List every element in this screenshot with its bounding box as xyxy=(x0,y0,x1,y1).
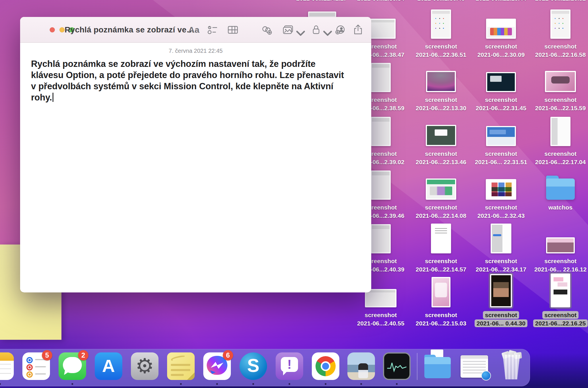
screenshot-thumbnail-icon[interactable] xyxy=(426,71,456,92)
desktop-file-2021-06...2.40.55[interactable]: screenshot2021-06...2.40.55 xyxy=(351,289,411,328)
file-label-line: screenshot xyxy=(542,257,579,265)
dock-stickies-icon[interactable] xyxy=(167,352,195,380)
file-label-line: 2021-06...22.14.57 xyxy=(414,265,468,273)
screenshot-thumbnail-icon[interactable] xyxy=(431,224,451,253)
media-chevron-icon[interactable] xyxy=(295,27,300,33)
share-button[interactable] xyxy=(352,24,364,36)
file-label-line: screenshot xyxy=(423,96,459,104)
format-button[interactable]: Aa xyxy=(188,25,200,37)
file-label-line: watchos xyxy=(546,203,575,211)
screenshot-thumbnail-icon[interactable] xyxy=(486,126,516,146)
file-label-line: 2021-06...2.30.09 xyxy=(475,51,527,59)
desktop-item-clipped-label[interactable]: 2021-06...22.16.52 xyxy=(523,0,588,2)
lock-chevron-icon[interactable] xyxy=(322,27,327,33)
screenshot-thumbnail-icon[interactable] xyxy=(371,170,391,200)
screenshot-thumbnail-icon[interactable] xyxy=(486,72,516,92)
desktop-file-2021-06...22.13.46[interactable]: screenshot2021-06...22.13.46 xyxy=(411,125,471,166)
desktop-file-2021-06...22.16.58[interactable]: screenshot2021-06...22.16.58 xyxy=(530,9,588,59)
window-title: Rychlá poznámka se zobrazí ve… xyxy=(65,25,195,34)
file-label-line: 2021-06...2.32.43 xyxy=(475,212,527,220)
dock-system-preferences-icon[interactable]: ⚙ xyxy=(131,352,158,380)
file-label: 2021-06...2.38.46 xyxy=(417,0,465,2)
file-label-line: 2021-06...22.31.45 xyxy=(474,104,528,112)
desktop-folder-watchos[interactable]: watchos xyxy=(530,176,588,212)
desktop-file-2021-06...22.16.25[interactable]: screenshot2021-06...22.16.25 xyxy=(530,273,588,328)
dock-app-store-icon[interactable]: A xyxy=(95,352,122,380)
file-label-line: screenshot xyxy=(542,150,579,158)
screenshot-thumbnail-icon[interactable] xyxy=(426,125,456,146)
dock-feedback-assistant-icon[interactable]: ! xyxy=(276,352,303,380)
dock-trash-icon[interactable] xyxy=(498,351,525,381)
running-indicator-dot xyxy=(325,383,326,385)
file-label-line: 2021-06... 0.44.30 xyxy=(475,319,527,327)
dock-reminders-icon[interactable]: 5 xyxy=(22,352,50,380)
folder-icon[interactable] xyxy=(546,176,575,200)
notification-badge: 5 xyxy=(42,350,52,360)
desktop-file-2021-06...22.15.03[interactable]: screenshot2021-06...22.15.03 xyxy=(411,277,471,328)
desktop-file-2021-06...22.31.45[interactable]: screenshot2021-06...22.31.45 xyxy=(471,72,531,112)
screenshot-thumbnail-icon[interactable] xyxy=(486,179,516,200)
screenshot-thumbnail-icon[interactable] xyxy=(545,71,576,92)
desktop-file-2021-06... 0.44.30[interactable]: screenshot2021-06... 0.44.30 xyxy=(471,274,531,328)
media-button[interactable] xyxy=(282,24,294,36)
screenshot-thumbnail-icon[interactable] xyxy=(426,179,456,200)
dock-downloads-folder-icon[interactable] xyxy=(424,352,451,380)
notes-window: Rychlá poznámka se zobrazí ve… Aa xyxy=(20,17,371,292)
screenshot-thumbnail-icon[interactable] xyxy=(365,289,396,307)
file-label-line: screenshot xyxy=(363,311,399,319)
screenshot-thumbnail-icon[interactable] xyxy=(431,9,451,39)
dock-notes-icon[interactable] xyxy=(0,352,14,380)
desktop-file-2021-06...22.15.59[interactable]: screenshot2021-06...22.15.59 xyxy=(530,71,588,112)
dock-messenger-icon[interactable]: 6 xyxy=(203,352,231,380)
desktop-file-2021-06...22.14.08[interactable]: screenshot2021-06...22.14.08 xyxy=(411,179,471,220)
notes-icon-lines xyxy=(0,364,11,377)
notes-icon-header xyxy=(0,352,14,361)
desktop-file-2021-06...22.14.57[interactable]: screenshot2021-06...22.14.57 xyxy=(411,224,471,274)
note-editor[interactable]: 7. června 2021 22:45 Rychlá poznámka se … xyxy=(20,43,371,292)
dock-skype-icon[interactable]: S xyxy=(239,352,267,380)
screenshot-thumbnail-icon[interactable] xyxy=(371,63,391,92)
screenshot-thumbnail-icon[interactable] xyxy=(491,224,511,253)
desktop-file-2021-06...22.13.30[interactable]: screenshot2021-06...22.13.30 xyxy=(411,71,471,112)
dock-chrome-icon[interactable] xyxy=(312,352,339,380)
screenshot-thumbnail-icon[interactable] xyxy=(432,277,450,307)
file-label: 2021-06...22.16.52 xyxy=(535,0,586,2)
table-button[interactable] xyxy=(227,24,239,36)
safari-badge-icon xyxy=(481,371,491,381)
dock-divider xyxy=(417,353,417,380)
add-link-button[interactable] xyxy=(261,24,273,36)
minimize-button[interactable] xyxy=(59,27,65,32)
screenshot-thumbnail-icon[interactable] xyxy=(550,117,570,146)
screenshot-thumbnail-icon[interactable] xyxy=(486,19,516,39)
chat-bubble xyxy=(63,357,82,373)
file-label-line: 2021-06... 22.16.12 xyxy=(532,265,588,273)
screenshot-thumbnail-icon[interactable] xyxy=(550,9,570,39)
desktop-file-2021-06...22.34.17[interactable]: screenshot2021-06...22.34.17 xyxy=(471,224,531,274)
desktop-file-2021-06... 22.31.51[interactable]: screenshot2021-06... 22.31.51 xyxy=(471,126,531,166)
screenshot-thumbnail-icon[interactable] xyxy=(546,237,575,253)
desktop-file-2021-06... 22.16.12[interactable]: screenshot2021-06... 22.16.12 xyxy=(530,237,588,274)
desktop-file-2021-06...22.36.51[interactable]: screenshot2021-06...22.36.51 xyxy=(411,9,471,59)
lock-button[interactable] xyxy=(310,24,322,36)
screenshot-thumbnail-icon[interactable] xyxy=(490,274,512,307)
file-label: screenshot2021-06...22.15.03 xyxy=(411,311,471,328)
dock-photo-utility-icon[interactable] xyxy=(347,352,375,380)
close-button[interactable] xyxy=(50,27,55,32)
desktop-file-2021-06...2.30.09[interactable]: screenshot2021-06...2.30.09 xyxy=(471,19,531,59)
screenshot-thumbnail-icon[interactable] xyxy=(371,117,391,146)
screenshot-thumbnail-icon[interactable] xyxy=(371,224,391,253)
dock-minimized-safari-window-icon[interactable] xyxy=(461,352,488,380)
collaborate-button[interactable] xyxy=(334,24,346,36)
file-label: screenshot2021-06... 0.44.30 xyxy=(471,311,531,328)
file-label: screenshot2021-06...22.34.17 xyxy=(471,257,531,274)
file-label-line: 2021-06...22.13.46 xyxy=(414,158,468,166)
desktop-file-2021-06...2.32.43[interactable]: screenshot2021-06...2.32.43 xyxy=(471,179,531,220)
dock-messages-icon[interactable]: 2 xyxy=(59,352,86,380)
screenshot-thumbnail-icon[interactable] xyxy=(551,273,570,307)
desktop-file-2021-06...22.17.04[interactable]: screenshot2021-06...22.17.04 xyxy=(530,117,588,166)
dock-activity-graph-icon[interactable] xyxy=(383,352,411,380)
checklist-button[interactable] xyxy=(207,24,219,36)
note-text[interactable]: Rychlá poznámka se zobrazí ve výchozím n… xyxy=(31,58,348,103)
notes-titlebar[interactable]: Rychlá poznámka se zobrazí ve… Aa xyxy=(20,17,371,43)
file-label-line: 2021-06... 22.31.51 xyxy=(473,158,529,166)
